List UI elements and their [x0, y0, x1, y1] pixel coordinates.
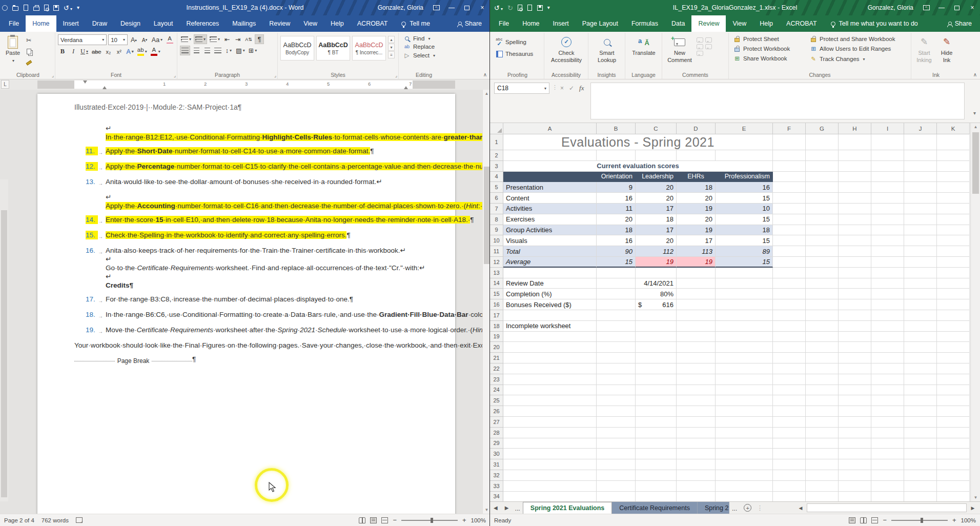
cell-I17[interactable] [871, 310, 904, 321]
cell-D6[interactable]: 20 [677, 193, 716, 204]
cell-H16[interactable] [839, 299, 871, 310]
start-inking-button[interactable]: ✎ Start Inking [914, 34, 934, 71]
cell-D25[interactable] [677, 395, 716, 406]
zoom-out-icon[interactable]: − [883, 516, 887, 524]
cell-J30[interactable] [904, 449, 937, 459]
cell-C17[interactable] [636, 310, 677, 321]
cell-J8[interactable] [904, 214, 937, 225]
row-header-10[interactable]: 10 [490, 235, 503, 246]
cell-I23[interactable] [871, 374, 904, 385]
cell-I9[interactable] [871, 225, 904, 236]
cell-E26[interactable] [716, 406, 773, 417]
cell-B25[interactable] [597, 395, 636, 406]
word-tab-help[interactable]: Help [324, 15, 351, 32]
cell-D2[interactable] [677, 150, 716, 161]
cell-D11[interactable]: 113 [677, 246, 716, 257]
scroll-right-icon[interactable]: ▶ [969, 503, 977, 512]
cell-A29[interactable] [503, 438, 597, 449]
show-formatting-marks-button[interactable]: ¶ [255, 34, 264, 44]
cell-F11[interactable] [773, 246, 806, 257]
cell-D27[interactable] [677, 417, 716, 428]
cell-E5[interactable]: 16 [716, 182, 773, 193]
zoom-out-icon[interactable]: − [393, 516, 397, 524]
cell-C15[interactable]: 80% [636, 289, 677, 299]
cell-J2[interactable] [904, 150, 937, 161]
row-header-2[interactable]: 2 [490, 150, 503, 161]
word-tab-draw[interactable]: Draw [86, 15, 114, 32]
cell-G23[interactable] [806, 374, 839, 385]
cell-F25[interactable] [773, 395, 806, 406]
cell-K11[interactable] [937, 246, 970, 257]
cell-K1[interactable] [937, 134, 970, 150]
sort-button[interactable]: A⇅ [244, 34, 253, 44]
cell-B19[interactable] [597, 332, 636, 342]
word-vertical-scrollbar[interactable]: ▲ ▼ [482, 90, 490, 514]
excel-tab-insert[interactable]: Insert [546, 15, 576, 32]
cell-F15[interactable] [773, 289, 806, 299]
cell-G33[interactable] [806, 481, 839, 492]
cell-C12[interactable]: 19 [636, 257, 677, 268]
cell-D5[interactable]: 18 [677, 182, 716, 193]
cell-H15[interactable] [839, 289, 871, 299]
word-tab-acrobat[interactable]: ACROBAT [351, 15, 395, 32]
cell-C28[interactable] [636, 428, 677, 438]
excel-account-name[interactable]: Gonzalez, Gloria [868, 4, 913, 11]
cell-K21[interactable] [937, 353, 970, 363]
cell-H26[interactable] [839, 406, 871, 417]
row-header-11[interactable]: 11 [490, 246, 503, 257]
cell-I34[interactable] [871, 492, 904, 502]
cell-A14[interactable]: Review Date [503, 278, 597, 289]
word-account-name[interactable]: Gonzalez, Gloria [378, 4, 423, 11]
cell-K5[interactable] [937, 182, 970, 193]
close-button[interactable]: × [965, 0, 980, 15]
cell-F1[interactable] [773, 134, 806, 150]
cell-F22[interactable] [773, 363, 806, 374]
cell-K34[interactable] [937, 492, 970, 502]
cell-I25[interactable] [871, 395, 904, 406]
cell-K20[interactable] [937, 342, 970, 353]
cell-E2[interactable] [716, 150, 773, 161]
ribbon-display-options-button[interactable]: ^ [428, 0, 444, 15]
cell-I21[interactable] [871, 353, 904, 363]
cell-C9[interactable]: 17 [636, 225, 677, 236]
cell-B26[interactable] [597, 406, 636, 417]
cell-G9[interactable] [806, 225, 839, 236]
row-header-9[interactable]: 9 [490, 225, 503, 236]
cell-E16[interactable] [716, 299, 773, 310]
cell-C20[interactable] [636, 342, 677, 353]
row-header-30[interactable]: 30 [490, 449, 503, 459]
scroll-down-icon[interactable]: ▼ [483, 506, 490, 514]
shading-button[interactable]: ▨▾ [235, 46, 246, 55]
cell-E11[interactable]: 89 [716, 246, 773, 257]
cell-K10[interactable] [937, 235, 970, 246]
cell-B30[interactable] [597, 449, 636, 459]
cell-A8[interactable]: Exercises [503, 214, 597, 225]
cell-J9[interactable] [904, 225, 937, 236]
word-tab-design[interactable]: Design [114, 15, 147, 32]
cell-E10[interactable]: 15 [716, 235, 773, 246]
cell-F19[interactable] [773, 332, 806, 342]
cell-H24[interactable] [839, 385, 871, 396]
row-header-22[interactable]: 22 [490, 363, 503, 374]
cell-I20[interactable] [871, 342, 904, 353]
cell-J29[interactable] [904, 438, 937, 449]
restore-button[interactable] [949, 0, 965, 15]
row-header-17[interactable]: 17 [490, 310, 503, 321]
cell-J15[interactable] [904, 289, 937, 299]
borders-button[interactable]: ⊞▾ [248, 46, 258, 55]
cell-H6[interactable] [839, 193, 871, 204]
cell-B9[interactable]: 18 [597, 225, 636, 236]
cell-E23[interactable] [716, 374, 773, 385]
row-header-19[interactable]: 19 [490, 332, 503, 342]
cell-J1[interactable] [904, 134, 937, 150]
zoom-in-icon[interactable]: + [462, 516, 466, 524]
cell-K7[interactable] [937, 204, 970, 214]
sheet-tab-spring-2[interactable]: Spring 2 [698, 502, 729, 514]
cell-J17[interactable] [904, 310, 937, 321]
replace-button[interactable]: abReplace [401, 43, 446, 51]
cell-G7[interactable] [806, 204, 839, 214]
cell-F33[interactable] [773, 481, 806, 492]
cell-K31[interactable] [937, 459, 970, 470]
cell-J6[interactable] [904, 193, 937, 204]
column-header-K[interactable]: K [937, 123, 970, 134]
